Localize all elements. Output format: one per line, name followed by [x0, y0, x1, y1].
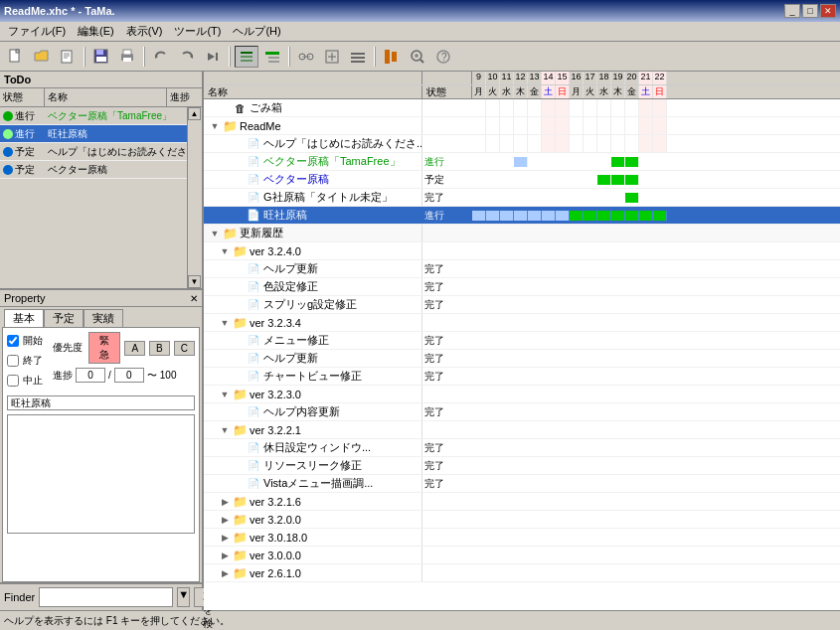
- menu-help[interactable]: ヘルプ(H): [227, 22, 286, 41]
- menu-edit[interactable]: 編集(E): [72, 22, 120, 41]
- tb-zoom-out[interactable]: [380, 46, 404, 68]
- cal-day-num: 12: [514, 72, 528, 84]
- priority-c-btn[interactable]: C: [174, 341, 195, 356]
- tb-save[interactable]: [89, 46, 113, 68]
- todo-row[interactable]: 予定 ベクター原稿: [0, 161, 187, 179]
- menu-tools[interactable]: ツール(T): [168, 22, 227, 41]
- tree-row[interactable]: 📄 休日設定ウィンドウ... 完了: [204, 439, 840, 457]
- tree-expander[interactable]: [218, 101, 232, 115]
- checkbox-stop[interactable]: [7, 375, 19, 387]
- tb-close[interactable]: [56, 46, 80, 68]
- tree-row[interactable]: ▼ 📁 ver 3.2.3.0: [204, 386, 840, 403]
- menu-file[interactable]: ファイル(F): [2, 22, 72, 41]
- tab-basic[interactable]: 基本: [4, 309, 44, 327]
- tree-expander[interactable]: ▶: [218, 495, 232, 509]
- scroll-down-btn[interactable]: ▼: [188, 275, 201, 288]
- tree-expander[interactable]: ▼: [218, 423, 232, 437]
- tree-expander[interactable]: ▶: [218, 531, 232, 545]
- tree-row[interactable]: 📄 ヘルプ更新 完了: [204, 350, 840, 368]
- cal-day-num: 22: [653, 72, 667, 84]
- tree-row[interactable]: 📄 ヘルプ更新 完了: [204, 260, 840, 278]
- tree-row[interactable]: ▼ 📁 ver 3.2.4.0: [204, 242, 840, 260]
- tb-sep2: [143, 47, 145, 67]
- property-close-button[interactable]: ✕: [190, 293, 198, 304]
- tree-row[interactable]: 📄 メニュー修正 完了: [204, 332, 840, 350]
- tree-row[interactable]: 📄 ヘルプ「はじめにお読みくださ...」: [204, 135, 840, 153]
- tree-row[interactable]: 📄 リソースリーク修正 完了: [204, 457, 840, 475]
- scroll-up-btn[interactable]: ▲: [188, 107, 201, 120]
- tree-expander[interactable]: ▶: [218, 549, 232, 562]
- svg-rect-21: [268, 61, 279, 63]
- tb-undo[interactable]: [149, 46, 173, 68]
- tb-help[interactable]: ?: [431, 46, 455, 68]
- tree-row[interactable]: ▶ 📁 ver 3.0.18.0: [204, 529, 840, 547]
- gantt-cell: [653, 135, 667, 152]
- tree-row[interactable]: ▶ 📁 ver 2.6.1.0: [204, 564, 840, 582]
- progress-max-input[interactable]: [114, 368, 144, 383]
- tree-expander[interactable]: ▶: [218, 513, 232, 527]
- tree-row[interactable]: ▼ 📁 ver 3.2.3.4: [204, 314, 840, 332]
- tb-indent[interactable]: [235, 46, 258, 68]
- tree-row[interactable]: 📄 ベクター原稿「TamaFree」 進行: [204, 153, 840, 171]
- tree-expander[interactable]: ▶: [218, 566, 232, 580]
- tree-row[interactable]: ▼ 📁 ReadMe: [204, 117, 840, 135]
- svg-rect-28: [351, 57, 365, 59]
- tree-row[interactable]: 📄 チャートビュー修正 完了: [204, 368, 840, 386]
- tb-open[interactable]: [30, 46, 54, 68]
- priority-a-btn[interactable]: A: [124, 341, 145, 356]
- property-name-field[interactable]: [7, 395, 195, 410]
- checkbox-start[interactable]: [7, 335, 19, 347]
- gantt-cells: [472, 278, 840, 295]
- todo-row[interactable]: 予定 ヘルプ「はじめにお読みください」: [0, 143, 187, 161]
- tree-row[interactable]: ▶ 📁 ver 3.2.1.6: [204, 493, 840, 511]
- tb-forward[interactable]: [201, 46, 225, 68]
- tree-expander: [232, 477, 246, 491]
- tree-row[interactable]: 📄 G社原稿「タイトル未定」 完了: [204, 189, 840, 207]
- finder-dropdown[interactable]: ▼: [177, 587, 190, 607]
- tree-row[interactable]: 📄 スプリッg設定修正 完了: [204, 296, 840, 314]
- progress-input[interactable]: [76, 368, 105, 383]
- tree-item-name: ベクター原稿: [263, 172, 421, 187]
- tree-row[interactable]: 📄 色設定修正 完了: [204, 278, 840, 296]
- tree-row[interactable]: ▼ 📁 更新履歴: [204, 225, 840, 242]
- tab-actual[interactable]: 実績: [84, 309, 123, 327]
- property-memo-area[interactable]: [7, 414, 195, 534]
- tree-expander[interactable]: ▼: [218, 244, 232, 258]
- todo-row[interactable]: 進行 旺社原稿: [0, 125, 187, 143]
- left-panel: ToDo 状態 名称 進捗 進行 ベクター原稿「TamaFree」: [0, 72, 204, 610]
- tb-redo[interactable]: [175, 46, 199, 68]
- maximize-button[interactable]: □: [802, 4, 818, 18]
- tree-row[interactable]: 📄 旺社原稿 進行: [204, 207, 840, 225]
- tree-expander[interactable]: ▼: [218, 388, 232, 401]
- tree-row[interactable]: ▶ 📁 ver 3.0.0.0: [204, 547, 840, 564]
- todo-row[interactable]: 進行 ベクター原稿「TamaFree」: [0, 107, 187, 125]
- todo-scrollbar[interactable]: ▲ ▼: [187, 107, 202, 288]
- priority-b-btn[interactable]: B: [149, 341, 170, 356]
- finder-input[interactable]: [39, 587, 173, 607]
- tree-expander: [232, 173, 246, 187]
- minimize-button[interactable]: _: [784, 4, 800, 18]
- checkbox-end[interactable]: [7, 355, 19, 367]
- close-button[interactable]: ✕: [820, 4, 836, 18]
- priority-urgent-btn[interactable]: 緊急: [88, 332, 120, 364]
- tab-planned[interactable]: 予定: [44, 309, 84, 327]
- tree-row[interactable]: ▶ 📁 ver 3.2.0.0: [204, 511, 840, 529]
- tree-row[interactable]: 📄 Vistaメニュー描画調... 完了: [204, 475, 840, 493]
- tree-row[interactable]: 📄 ベクター原稿 予定: [204, 171, 840, 189]
- tree-expander[interactable]: ▼: [208, 119, 222, 133]
- tb-collapse[interactable]: [346, 46, 370, 68]
- tb-new[interactable]: [4, 46, 28, 68]
- tb-expand[interactable]: [320, 46, 344, 68]
- tree-row[interactable]: ▼ 📁 ver 3.2.2.1: [204, 421, 840, 439]
- tree-row[interactable]: 📄 ヘルプ内容更新 完了: [204, 403, 840, 421]
- tb-outdent[interactable]: [260, 46, 284, 68]
- tree-expander[interactable]: ▼: [208, 227, 222, 240]
- tb-link[interactable]: [294, 46, 318, 68]
- tree-item-name: ヘルプ「はじめにお読みくださ...」: [263, 136, 421, 151]
- doc-icon: 📄: [246, 351, 261, 367]
- tree-expander[interactable]: ▼: [218, 316, 232, 330]
- menu-view[interactable]: 表示(V): [120, 22, 169, 41]
- tb-zoom-in[interactable]: [406, 46, 429, 68]
- tree-row[interactable]: 🗑 ごみ箱: [204, 99, 840, 117]
- tb-print[interactable]: [115, 46, 139, 68]
